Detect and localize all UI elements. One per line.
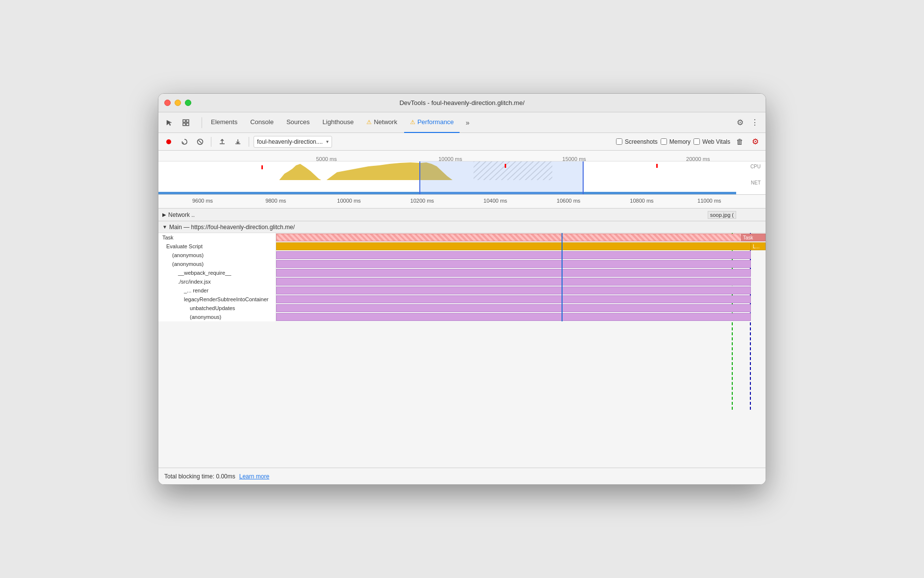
render-bar-area [276,286,766,295]
reload-button[interactable] [178,135,191,148]
network-row[interactable]: ▶ Network .. soop.jpg ( [158,209,766,221]
anon2-label: (anonymous) [158,260,276,268]
timeline-ruler: 5000 ms 10000 ms 15000 ms 20000 ms [158,151,766,161]
flame-row-task[interactable]: Task Task [158,233,766,242]
url-selector[interactable]: foul-heavenly-direction.... ▾ [254,136,332,148]
tab-sources[interactable]: Sources [281,112,316,133]
cursor-icon[interactable] [162,116,176,130]
network-expand-icon[interactable]: ▶ [162,212,166,217]
svg-marker-7 [279,164,321,180]
task-flame-bar [276,234,751,241]
anon3-label: (anonymous) [158,313,276,321]
evaluate-label: Evaluate Script [158,242,276,251]
capture-settings-button[interactable]: ⚙ [749,135,762,148]
task-label: Task [158,233,276,242]
detail-mark-9600: 9600 ms [192,198,213,204]
detail-ruler-marks: 9600 ms 9800 ms 10000 ms 10200 ms 10400 … [203,195,766,208]
tab-bar-icons [162,116,193,130]
tab-performance[interactable]: ⚠ Performance [404,112,460,133]
legacy-flame-bar [276,295,751,303]
red-mark-2 [505,164,506,168]
evaluate-flame-bar [276,242,751,250]
net-label: NET [751,180,761,185]
anon3-bar-area [276,313,766,321]
minimize-button[interactable] [175,100,181,106]
web-vitals-checkbox[interactable]: Web Vitals [693,138,730,145]
detail-ruler: 9600 ms 9800 ms 10000 ms 10200 ms 10400 … [158,195,766,209]
unbatched-flame-bar [276,304,751,312]
index-flame-bar [276,278,751,286]
more-tabs-button[interactable]: » [461,116,474,130]
settings-icon[interactable]: ⚙ [733,116,747,130]
flame-row-render[interactable]: _... render [158,286,766,295]
evaluate-end-bar: L... [751,242,766,250]
detail-mark-9800: 9800 ms [265,198,286,204]
tab-lighthouse[interactable]: Lighthouse [317,112,360,133]
flame-row-evaluate[interactable]: Evaluate Script L... [158,242,766,251]
network-row-label: ▶ Network .. [162,211,195,218]
tab-bar: Elements Console Sources Lighthouse ⚠ Ne… [158,112,766,133]
flame-row-legacy[interactable]: legacyRenderSubtreeIntoContainer [158,295,766,304]
detail-mark-11000: 11000 ms [697,198,721,204]
anon1-label: (anonymous) [158,251,276,260]
memory-checkbox[interactable]: Memory [661,138,691,145]
flame-chart-section: ▼ Main — https://foul-heavenly-direction… [158,221,766,468]
detail-mark-10200: 10200 ms [411,198,434,204]
maximize-button[interactable] [185,100,191,106]
network-warning-icon: ⚠ [366,119,372,126]
svg-point-4 [166,139,171,144]
soop-label: soop.jpg ( [708,211,736,219]
timeline-overview[interactable]: 5000 ms 10000 ms 15000 ms 20000 ms CPU N… [158,151,766,195]
webpack-bar-area [276,268,766,277]
detail-mark-10000: 10000 ms [337,198,360,204]
anon2-flame-bar [276,260,751,268]
svg-rect-2 [183,123,185,126]
timeline-content: CPU NET [158,161,766,195]
flame-row-anon-2[interactable]: (anonymous) [158,260,766,268]
main-content: 5000 ms 10000 ms 15000 ms 20000 ms CPU N… [158,151,766,484]
anon2-bar-area [276,260,766,268]
status-bar: Total blocking time: 0.00ms Learn more [158,468,766,484]
flame-row-anon-3[interactable]: (anonymous) [158,313,766,321]
toolbar: foul-heavenly-direction.... ▾ Screenshot… [158,133,766,151]
timeline-selection [419,161,583,195]
ruler-mark-15000: 15000 ms [563,156,586,162]
tab-console[interactable]: Console [244,112,280,133]
webpack-flame-bar [276,269,751,277]
cpu-label: CPU [750,164,761,169]
svg-rect-1 [186,120,189,122]
more-options-icon[interactable]: ⋮ [748,116,762,130]
flame-row-anon-1[interactable]: (anonymous) [158,251,766,260]
flame-row-unbatched[interactable]: unbatchedUpdates [158,304,766,313]
clear-button[interactable]: 🗑 [733,135,746,148]
svg-line-6 [199,140,202,143]
flame-row-index[interactable]: ./src/index.jsx [158,277,766,286]
anon1-bar-area [276,251,766,260]
screenshots-checkbox[interactable]: Screenshots [616,138,658,145]
performance-warning-icon: ⚠ [410,119,415,126]
close-button[interactable] [164,100,171,106]
learn-more-link[interactable]: Learn more [239,473,269,480]
blocking-time-text: Total blocking time: 0.00ms [164,473,235,480]
unbatched-bar-area [276,304,766,313]
toolbar-divider-2 [249,137,249,147]
tab-network[interactable]: ⚠ Network [360,112,403,133]
upload-button[interactable] [216,135,229,148]
tab-elements[interactable]: Elements [205,112,243,133]
task-bar-area: Task [276,233,766,242]
detail-mark-10600: 10600 ms [557,198,580,204]
flame-row-webpack[interactable]: __webpack_require__ [158,268,766,277]
webpack-label: __webpack_require__ [158,268,276,277]
index-label: ./src/index.jsx [158,277,276,286]
download-button[interactable] [231,135,244,148]
svg-rect-3 [186,123,189,126]
detail-mark-10400: 10400 ms [484,198,507,204]
cancel-button[interactable] [194,135,206,148]
record-button[interactable] [162,135,175,148]
legacy-label: legacyRenderSubtreeIntoContainer [158,295,276,304]
task-end-bar: Task [741,234,766,241]
ruler-mark-10000: 10000 ms [438,156,462,162]
anon3-flame-bar [276,313,751,321]
main-expand-icon[interactable]: ▼ [162,224,167,230]
inspect-icon[interactable] [179,116,193,130]
